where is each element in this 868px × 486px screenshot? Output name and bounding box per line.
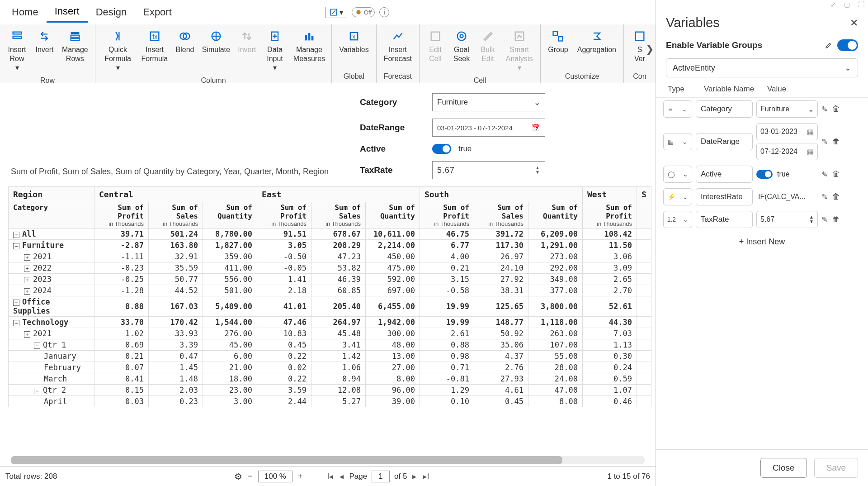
var-type-select[interactable]: 1.2⌄ bbox=[663, 211, 692, 228]
draw-mode-button[interactable]: ▾ bbox=[326, 7, 347, 18]
var-value-switch[interactable] bbox=[756, 170, 773, 179]
tab-insert[interactable]: Insert bbox=[47, 2, 88, 23]
invert-column-button[interactable]: Invert bbox=[234, 26, 260, 57]
expand-icon[interactable]: − bbox=[13, 232, 19, 238]
edit-cell-button[interactable]: Edit Cell bbox=[422, 26, 448, 66]
window-control-icon[interactable]: ▢ bbox=[844, 1, 850, 8]
save-button[interactable]: Save bbox=[814, 458, 858, 478]
tab-export[interactable]: Export bbox=[135, 3, 180, 22]
var-name-input[interactable]: Category bbox=[696, 100, 753, 118]
horizontal-scrollbar[interactable] bbox=[11, 456, 645, 464]
data-input-button[interactable]: Data Input ▾ bbox=[260, 26, 289, 75]
svg-rect-26 bbox=[636, 32, 644, 41]
last-page-button[interactable]: ▸I bbox=[422, 472, 430, 481]
table-row: −Furniture-2.87163.801,827.003.05208.292… bbox=[9, 240, 651, 251]
tab-design[interactable]: Design bbox=[88, 3, 135, 22]
page-of-label: of 5 bbox=[394, 472, 407, 481]
expand-icon[interactable]: + bbox=[24, 288, 30, 295]
edit-icon[interactable]: ✎ bbox=[821, 192, 828, 202]
category-select[interactable]: Furniture⌄ bbox=[432, 93, 545, 111]
goal-seek-button[interactable]: Goal Seek bbox=[448, 26, 475, 66]
insert-formula-button[interactable]: fxInsert Formula bbox=[137, 26, 172, 66]
spinner-icon[interactable]: ▲▼ bbox=[535, 166, 540, 175]
next-page-button[interactable]: ▸ bbox=[411, 472, 417, 481]
edit-icon[interactable]: ✎ bbox=[821, 137, 828, 147]
group-button[interactable]: Group bbox=[543, 26, 572, 57]
zoom-in-button[interactable]: + bbox=[297, 472, 304, 481]
insert-forecast-button[interactable]: Insert Forecast bbox=[379, 26, 416, 66]
insert-new-button[interactable]: + Insert New bbox=[656, 231, 868, 253]
ribbon-scroll-right[interactable]: ❯ bbox=[646, 43, 654, 55]
expand-icon[interactable]: − bbox=[13, 320, 19, 326]
menubar: Home Insert Design Export ▾ Off i bbox=[0, 0, 656, 24]
edit-icon[interactable]: ✎ bbox=[821, 105, 828, 114]
expand-icon[interactable]: + bbox=[24, 277, 30, 283]
var-value-date[interactable]: 07-12-2024▦ bbox=[756, 143, 818, 160]
var-name-input[interactable]: Active bbox=[696, 166, 753, 183]
invert-row-button[interactable]: Invert bbox=[31, 26, 58, 57]
page-input[interactable]: 1 bbox=[372, 471, 390, 482]
var-type-select[interactable]: ▦⌄ bbox=[663, 133, 692, 150]
var-value-date[interactable]: 03-01-2023▦ bbox=[756, 123, 818, 140]
daterange-input[interactable]: 03-01-2023 - 07-12-2024📅 bbox=[432, 119, 545, 137]
svg-rect-3 bbox=[13, 36, 21, 38]
enable-groups-switch[interactable] bbox=[837, 39, 858, 51]
close-button[interactable]: Close bbox=[760, 458, 807, 478]
edit-icon[interactable]: ✎ bbox=[821, 215, 828, 224]
delete-icon[interactable]: 🗑 bbox=[832, 105, 840, 114]
active-switch[interactable] bbox=[432, 144, 451, 154]
prev-page-button[interactable]: ◂ bbox=[339, 472, 344, 481]
first-page-button[interactable]: I◂ bbox=[326, 472, 334, 481]
smart-analysis-button[interactable]: Smart Analysis ▾ bbox=[501, 26, 538, 75]
expand-icon[interactable]: + bbox=[24, 254, 30, 261]
table-row: +2021-1.1132.91359.00-0.5047.23450.004.0… bbox=[9, 251, 651, 262]
expand-icon[interactable]: − bbox=[13, 300, 19, 306]
manage-rows-button[interactable]: Manage Rows bbox=[58, 26, 92, 66]
window-control-icon[interactable]: ⛶ bbox=[858, 1, 864, 8]
var-value-select[interactable]: Furniture⌄ bbox=[756, 100, 818, 118]
variable-row: ▦⌄DateRange03-01-2023▦07-12-2024▦✎🗑 bbox=[656, 120, 868, 163]
svg-rect-20 bbox=[431, 32, 440, 41]
edit-icon[interactable]: ✎ bbox=[821, 170, 828, 179]
edit-icon[interactable] bbox=[825, 41, 833, 49]
info-icon[interactable]: i bbox=[379, 7, 389, 17]
settings-icon[interactable]: ⚙ bbox=[234, 471, 242, 482]
var-name-input[interactable]: InterestRate bbox=[696, 188, 753, 205]
variables-button[interactable]: xVariables bbox=[335, 26, 373, 57]
aggregation-button[interactable]: Aggregation bbox=[573, 26, 621, 57]
expand-icon[interactable]: − bbox=[34, 388, 40, 394]
daterange-label: DateRange bbox=[360, 123, 432, 133]
var-name-input[interactable]: DateRange bbox=[696, 133, 753, 150]
delete-icon[interactable]: 🗑 bbox=[832, 170, 840, 179]
delete-icon[interactable]: 🗑 bbox=[832, 192, 840, 202]
expand-icon[interactable]: + bbox=[24, 331, 30, 338]
tab-home[interactable]: Home bbox=[4, 3, 47, 22]
calendar-icon: 📅 bbox=[532, 124, 540, 132]
toggle-off-button[interactable]: Off bbox=[352, 7, 375, 17]
expand-icon[interactable]: − bbox=[34, 343, 40, 349]
var-type-select[interactable]: ≡⌄ bbox=[663, 100, 692, 118]
taxrate-input[interactable]: 5.67 ▲▼ bbox=[432, 161, 545, 179]
table-row: −Technology33.70170.421,544.0047.46264.9… bbox=[9, 317, 651, 328]
bulk-edit-button[interactable]: Bulk Edit bbox=[475, 26, 501, 66]
delete-icon[interactable]: 🗑 bbox=[832, 137, 840, 147]
page-label: Page bbox=[349, 472, 367, 481]
simulate-button[interactable]: Simulate bbox=[198, 26, 234, 57]
svg-point-1 bbox=[356, 10, 360, 14]
window-control-icon[interactable]: ⤢ bbox=[830, 1, 836, 8]
var-name-input[interactable]: TaxRate bbox=[696, 211, 753, 228]
entity-select[interactable]: ActiveEntity⌄ bbox=[666, 58, 858, 77]
var-type-select[interactable]: ◯⌄ bbox=[663, 166, 692, 183]
manage-measures-button[interactable]: Manage Measures bbox=[290, 26, 329, 66]
delete-icon[interactable]: 🗑 bbox=[832, 215, 840, 224]
zoom-input[interactable]: 100 % bbox=[258, 471, 292, 482]
var-type-select[interactable]: ⚡⌄ bbox=[663, 188, 692, 205]
expand-icon[interactable]: + bbox=[24, 266, 30, 272]
blend-button[interactable]: Blend bbox=[172, 26, 198, 57]
expand-icon[interactable]: − bbox=[13, 243, 19, 249]
quick-formula-button[interactable]: Quick Formula ▾ bbox=[98, 26, 137, 75]
close-panel-button[interactable]: ✕ bbox=[850, 17, 858, 29]
var-value-number[interactable]: 5.67▲▼ bbox=[756, 211, 818, 228]
zoom-out-button[interactable]: − bbox=[247, 472, 254, 481]
insert-row-button[interactable]: Insert Row ▾ bbox=[3, 26, 31, 75]
